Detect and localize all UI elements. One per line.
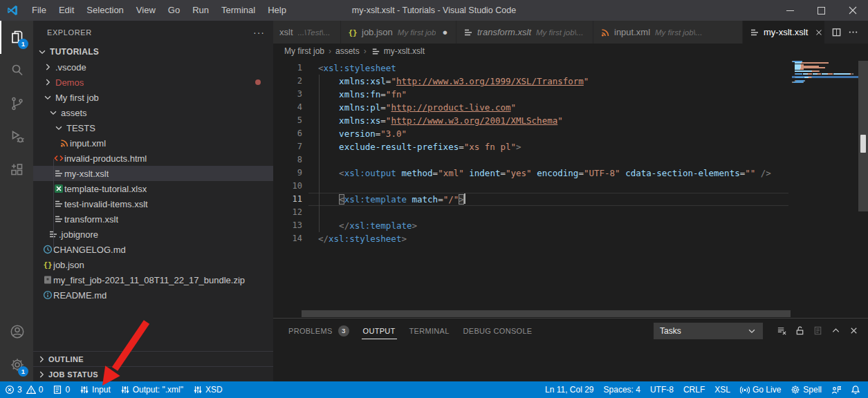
status-feedback[interactable] [827,381,846,398]
tree-item-my-xslt-xslt[interactable]: my-xslt.xslt [33,166,273,181]
breadcrumb-my-xslt-xslt[interactable]: my-xslt.xslt [371,46,425,57]
sidebar-more-actions-icon[interactable]: ··· [253,27,265,38]
activity-run-debug-icon[interactable] [0,120,33,153]
status-problems[interactable]: 30 [0,381,48,398]
status-output[interactable]: Output: ".xml" [116,381,188,398]
status-eol[interactable]: CRLF [678,381,710,398]
tab-label: transform.xslt [477,27,531,37]
activity-account-icon[interactable] [0,315,33,348]
menu-edit[interactable]: Edit [53,0,80,21]
status-text: CRLF [683,385,705,395]
menu-terminal[interactable]: Terminal [215,0,261,21]
tree-item-invalid-products-html[interactable]: invalid-products.html [33,151,273,166]
code-line-5[interactable]: 5 xmlns:xs="http://www.w3.org/2001/XMLSc… [273,114,868,127]
tab-transform-xslt[interactable]: transform.xsltMy first job\... [456,21,593,44]
status-spell[interactable]: Spell [786,381,827,398]
status-encoding[interactable]: UTF-8 [645,381,678,398]
tree-item-jobignore[interactable]: .jobignore [33,227,273,242]
tree-item-job-json[interactable]: {}job.json [33,257,273,272]
sidebar-section-outline[interactable]: OUTLINE [33,351,273,366]
status-language-mode[interactable]: XSL [710,381,735,398]
tree-item-transform-xslt[interactable]: transform.xslt [33,211,273,227]
tab-job-json[interactable]: {}job.jsonMy first job● [341,21,456,44]
tab-my-xslt-xslt[interactable]: my-xslt.xslt [743,21,824,44]
menu-file[interactable]: File [26,0,53,21]
breadcrumb-my-first-job[interactable]: My first job [284,46,324,56]
tree-folder-my-first-job[interactable]: My first job [33,90,273,105]
maximize-button[interactable] [806,0,837,21]
split-editor-icon[interactable] [828,24,844,41]
tree-item-readme-md[interactable]: README.md [33,287,273,303]
code-line-9[interactable]: 9 <xsl:output method="xml" indent="yes" … [273,167,868,180]
maximize-panel-button[interactable] [827,322,844,340]
panel-tab-output[interactable]: OUTPUT [362,319,397,343]
panel-tab-terminal[interactable]: TERMINAL [408,319,451,343]
close-panel-button[interactable] [844,322,862,340]
sidebar-section-job-status[interactable]: JOB STATUS [33,366,273,381]
code-line-3[interactable]: 3 xmlns:fn="fn" [273,88,868,101]
output-channel-dropdown[interactable]: Tasks [654,323,763,339]
code-line-8[interactable]: 8 [273,153,868,167]
activity-search-icon[interactable] [0,54,33,87]
tree-folder-tutorials[interactable]: TUTORIALS [33,44,273,59]
activity-explorer-icon[interactable]: 1 [0,21,33,54]
tree-item-test-invalid-items-xslt[interactable]: test-invalid-items.xslt [33,196,273,211]
minimize-button[interactable] [775,0,806,21]
tab-xslt[interactable]: xslt...\Test\... [273,21,340,44]
tree-folder-assets[interactable]: assets [33,105,273,120]
tree-item-label: CHANGELOG.md [53,245,126,255]
code-line-14[interactable]: 14</xsl:stylesheet> [273,232,868,245]
code-line-4[interactable]: 4 xmlns:pl="http://product-live.com" [273,101,868,114]
tree-folder-demos[interactable]: Demos [33,75,273,90]
activity-settings-icon[interactable]: 1 [0,348,33,381]
status-cursor-position[interactable]: Ln 11, Col 29 [540,381,599,398]
activity-source-control-icon[interactable] [0,87,33,120]
status-indentation[interactable]: Spaces: 4 [599,381,645,398]
tree-folder-vscode[interactable]: .vscode [33,59,273,75]
status-input[interactable]: Input [75,381,116,398]
tree-item-changelog-md[interactable]: CHANGELOG.md [33,242,273,257]
activity-extensions-icon[interactable] [0,153,33,187]
code-editor[interactable]: 1<xsl:stylesheet2 xmlns:xsl="http://www.… [273,59,868,318]
more-actions-icon[interactable] [844,24,861,41]
code-line-6[interactable]: 6 version="3.0" [273,127,868,140]
tab-input-xml[interactable]: input.xmlMy first job\... [593,21,742,44]
tree-folder-tests[interactable]: TESTS [33,120,273,135]
unlock-button[interactable] [791,322,809,340]
tree-item-template-tutorial-xlsx[interactable]: template-tutorial.xlsx [33,181,273,196]
open-log-button[interactable] [809,322,827,340]
minimap[interactable] [792,61,858,318]
code-line-10[interactable]: 10 [273,180,868,193]
panel-tab-problems[interactable]: PROBLEMS3 [287,319,351,343]
menu-go[interactable]: Go [162,0,186,21]
status-text: Output: ".xml" [133,385,183,395]
tree-item-my-first-job-2021-11-08t11-22-17-bundle-zip[interactable]: my_first_job-2021_11_08T11_22_17_bundle.… [33,272,273,287]
menu-selection[interactable]: Selection [80,0,129,21]
status-xsd[interactable]: XSD [188,381,228,398]
clear-output-button[interactable] [773,322,791,340]
breadcrumb[interactable]: My first job›assets›my-xslt.xslt [273,44,868,59]
status-counter[interactable]: 0 [48,381,75,398]
code-line-11[interactable]: 11 <xsl:template match="/"> [273,193,868,206]
status-go-live[interactable]: Go Live [735,381,786,398]
tree-item-input-xml[interactable]: input.xml [33,135,273,151]
close-window-button[interactable] [837,0,868,21]
code-line-1[interactable]: 1<xsl:stylesheet [273,61,868,75]
modified-dot-icon[interactable]: ● [442,27,447,37]
close-tab-icon[interactable] [814,27,824,38]
code-line-13[interactable]: 13 </xsl:template> [273,219,868,232]
breadcrumb-assets[interactable]: assets [335,46,360,56]
horizontal-scrollbar[interactable] [302,310,791,317]
panel-tab-debug-console[interactable]: DEBUG CONSOLE [462,319,534,343]
status-notifications[interactable] [846,381,865,398]
vertical-scrollbar[interactable] [858,59,868,318]
menu-view[interactable]: View [130,0,162,21]
xslt-file-icon [53,198,64,209]
code-line-7[interactable]: 7 exclude-result-prefixes="xs fn pl"> [273,140,868,153]
text-cursor-pointer [860,135,866,153]
menu-run[interactable]: Run [186,0,215,21]
menu-bar: FileEditSelectionViewGoRunTerminalHelp [26,0,293,21]
menu-help[interactable]: Help [261,0,293,21]
code-line-2[interactable]: 2 xmlns:xsl="http://www.w3.org/1999/XSL/… [273,75,868,88]
code-line-12[interactable]: 12 [273,206,868,219]
